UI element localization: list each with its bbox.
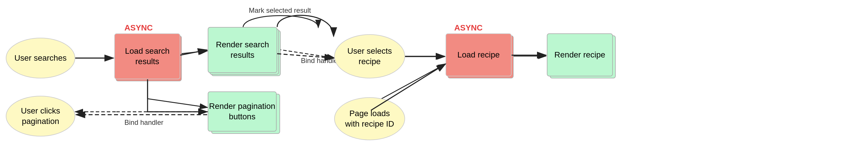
render-search-results-node: Render search results — [208, 27, 277, 73]
bind-handler-bottom-label: Bind handler — [124, 119, 163, 127]
page-loads-recipe-id-label: Page loads with recipe ID — [345, 108, 394, 129]
load-search-results-node: Load search results — [114, 33, 180, 79]
render-pagination-buttons-node: Render pagination buttons — [208, 92, 277, 131]
user-clicks-pagination-node: User clicks pagination — [6, 96, 75, 136]
page-loads-recipe-id-node: Page loads with recipe ID — [334, 97, 405, 140]
svg-line-3 — [181, 51, 208, 54]
async-label-2: ASYNC — [454, 23, 483, 32]
user-clicks-pagination-label: User clicks pagination — [21, 106, 60, 127]
mark-selected-label: Mark selected result — [249, 6, 311, 15]
svg-line-5 — [148, 99, 208, 107]
render-recipe-label: Render recipe — [554, 50, 605, 60]
user-searches-node: User searches — [6, 38, 75, 78]
load-search-results-label: Load search results — [125, 46, 169, 67]
render-search-results-label: Render search results — [216, 40, 269, 61]
user-searches-label: User searches — [14, 53, 67, 63]
load-recipe-node: Load recipe — [445, 33, 512, 76]
async-label-1: ASYNC — [124, 23, 153, 32]
user-selects-recipe-node: User selects recipe — [334, 34, 405, 78]
svg-line-15 — [180, 50, 207, 55]
render-recipe-node: Render recipe — [547, 33, 613, 76]
user-selects-recipe-label: User selects recipe — [347, 46, 392, 67]
diagram-container: ASYNC ASYNC Mark selected result Bind ha… — [0, 0, 868, 153]
load-recipe-label: Load recipe — [458, 50, 500, 60]
render-pagination-buttons-label: Render pagination buttons — [209, 101, 275, 122]
